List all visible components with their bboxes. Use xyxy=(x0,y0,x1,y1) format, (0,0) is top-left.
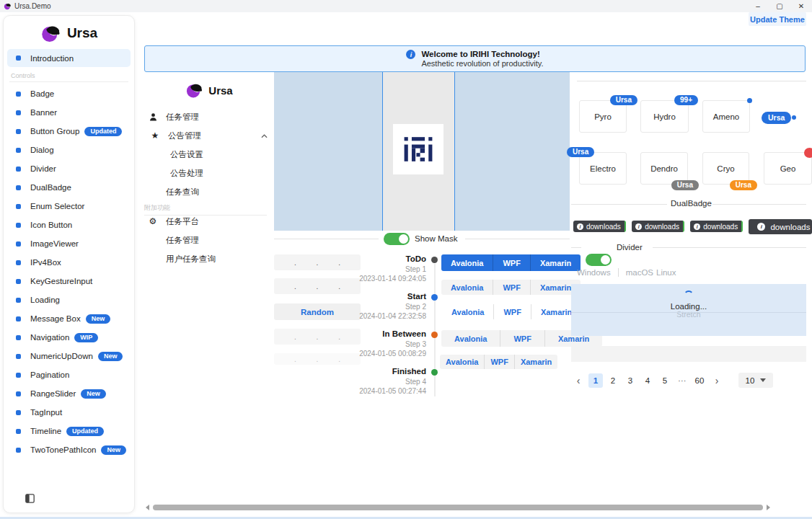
image-viewer[interactable] xyxy=(274,72,570,231)
card-label: Dendro xyxy=(650,164,678,173)
ipv4-separator: . xyxy=(294,283,296,290)
toggle-knob xyxy=(399,234,408,244)
sidebar-item[interactable]: Divider xyxy=(4,159,134,178)
sidebar-item-label: RangeSlider xyxy=(30,389,76,398)
scroll-right-icon[interactable] xyxy=(767,505,770,510)
nav-child-item[interactable]: 公告设置 xyxy=(170,145,203,164)
sidebar-item[interactable]: Navigation WIP xyxy=(4,328,134,347)
nav-children-announcement: 公告设置 公告处理 xyxy=(170,145,203,182)
pagination-page-60[interactable]: 60 xyxy=(692,373,707,388)
nav-group-announcement[interactable]: ★ 公告管理 xyxy=(149,126,271,145)
bullet-icon xyxy=(16,335,21,340)
sidebar-item[interactable]: Banner xyxy=(4,103,134,122)
close-button[interactable]: ✕ xyxy=(790,0,812,12)
sidebar-item-label: KeyGestureInput xyxy=(30,277,92,285)
sidebar-item[interactable]: Button Group Updated xyxy=(4,122,134,141)
scroll-left-icon[interactable] xyxy=(146,505,149,510)
badge-card-electro: Electro Ursa xyxy=(579,152,627,185)
badge-card-ameno: Ameno xyxy=(702,100,750,133)
pagination-page-1[interactable]: 1 xyxy=(588,373,603,388)
sidebar-item[interactable]: Loading xyxy=(4,290,134,309)
sidebar-item-introduction[interactable]: Introduction xyxy=(7,49,131,67)
pagination-page-5[interactable]: 5 xyxy=(658,373,672,388)
count-badge: 99+ xyxy=(674,95,698,105)
sidebar-item-label: DualBadge xyxy=(30,183,71,192)
button-group-button[interactable]: Avalonia xyxy=(441,254,493,271)
dot-badge-icon xyxy=(792,115,796,120)
nav-group-task-platform[interactable]: ⚙ 任务平台 xyxy=(147,212,271,231)
status-badge: Updated xyxy=(84,127,122,136)
button-group-button[interactable]: WPF xyxy=(493,304,530,319)
button-group-button[interactable]: WPF xyxy=(500,330,544,347)
nav-child-item[interactable]: 公告处理 xyxy=(170,164,203,182)
card-label: Cryo xyxy=(717,164,734,173)
button-group-button[interactable]: WPF xyxy=(493,254,529,271)
timeline-entry: Finished Step 4 2024-01-05 00:27:44 xyxy=(325,366,426,396)
sidebar-item[interactable]: TwoTonePathIcon New xyxy=(4,440,134,459)
sidebar-item[interactable]: Dialog xyxy=(4,141,134,159)
sidebar-item[interactable]: TagInput xyxy=(4,403,134,422)
collapse-sidebar-icon[interactable] xyxy=(25,494,35,503)
sidebar-item[interactable]: IPv4Box xyxy=(4,253,134,272)
pagination-ellipsis[interactable]: ⋯ xyxy=(675,373,689,388)
sidebar-item[interactable]: Message Box New xyxy=(4,309,134,328)
dualbadge-divider-label: DualBadge xyxy=(671,199,712,208)
sidebar-item[interactable]: Badge xyxy=(4,84,134,103)
nav-child-item[interactable]: 任务管理 xyxy=(166,231,216,249)
downloads-dual-badge-large: idownloads xyxy=(749,219,812,234)
sidebar-item[interactable]: NumericUpDown New xyxy=(4,347,134,365)
nav-children-platform: 任务管理 用户任务查询 xyxy=(166,231,216,268)
timeline-dot-icon xyxy=(431,294,438,301)
nav-group-task-management[interactable]: 任务管理 xyxy=(147,107,271,126)
page-size-value: 10 xyxy=(746,376,755,385)
bullet-icon xyxy=(16,391,21,396)
dual-badge-value: 2.4k xyxy=(625,221,626,232)
divider-line xyxy=(571,312,806,313)
bullet-icon xyxy=(16,148,21,153)
divider-line xyxy=(712,204,806,205)
pagination-page-2[interactable]: 2 xyxy=(606,373,620,388)
button-group-button[interactable]: Avalonia xyxy=(440,355,484,369)
bullet-icon xyxy=(16,429,21,434)
divider-line xyxy=(571,247,581,248)
ipv4-separator: . xyxy=(317,333,319,341)
sidebar-item[interactable]: Icon Button xyxy=(4,216,134,234)
timeline-entry-step: Step 3 xyxy=(325,340,426,349)
divider-line xyxy=(653,247,806,248)
sidebar-item[interactable]: Pagination xyxy=(4,365,134,384)
divider-toggle[interactable] xyxy=(586,254,612,266)
badge-card-cryo: Cryo Ursa xyxy=(702,152,749,185)
minimize-button[interactable]: – xyxy=(747,0,769,12)
sidebar-item-label: Loading xyxy=(30,296,60,304)
pagination-prev-button[interactable]: ‹ xyxy=(571,373,586,388)
button-group-button[interactable]: Xamarin xyxy=(514,355,557,369)
sidebar-item[interactable]: ImageViewer xyxy=(4,234,134,253)
button-group-button[interactable]: Avalonia xyxy=(441,330,500,347)
page-size-select[interactable]: 10 xyxy=(738,373,773,388)
sidebar-item[interactable]: RangeSlider New xyxy=(4,384,134,403)
bullet-icon xyxy=(16,185,21,190)
sidebar-item-label: IPv4Box xyxy=(30,258,61,267)
pagination-page-4[interactable]: 4 xyxy=(640,373,655,388)
sidebar-item[interactable]: DualBadge xyxy=(4,178,134,197)
maximize-button[interactable]: ▢ xyxy=(769,0,790,12)
pagination-page-3[interactable]: 3 xyxy=(623,373,637,388)
button-group-button[interactable]: WPF xyxy=(484,355,513,369)
horizontal-scrollbar[interactable] xyxy=(141,503,812,512)
nav-child-label: 公告设置 xyxy=(170,149,203,160)
button-group-button[interactable]: Avalonia xyxy=(441,280,493,295)
titlebar[interactable]: Ursa.Demo – ▢ ✕ xyxy=(0,0,812,12)
pagination-next-button[interactable]: › xyxy=(710,373,724,388)
sidebar-item[interactable]: Enum Selector xyxy=(4,197,134,216)
button-group-button[interactable]: WPF xyxy=(493,280,529,295)
scrollbar-thumb[interactable] xyxy=(153,505,763,510)
sidebar-item[interactable]: Timeline Updated xyxy=(4,422,134,440)
nav-child-item[interactable]: 用户任务查询 xyxy=(166,249,216,268)
chevron-down-icon xyxy=(760,378,766,382)
show-mask-toggle[interactable] xyxy=(384,233,410,245)
sidebar-item[interactable]: KeyGestureInput xyxy=(4,272,134,290)
button-group-button[interactable]: Avalonia xyxy=(442,304,493,319)
sidebar-item-label: Badge xyxy=(30,89,54,98)
nav-child-task-query[interactable]: 任务查询 xyxy=(166,182,199,201)
update-theme-button[interactable]: Update Theme xyxy=(749,12,806,26)
